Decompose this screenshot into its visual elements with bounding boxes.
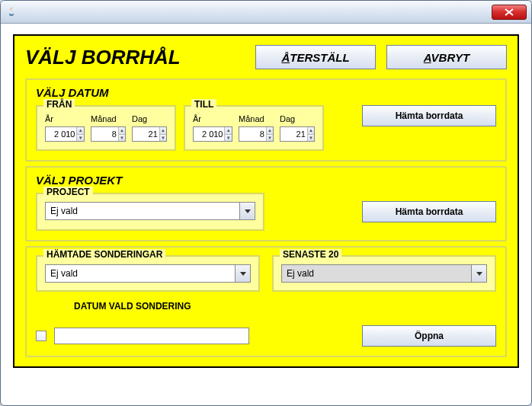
spin-down-icon[interactable]: ▼ [76, 135, 84, 142]
main-panel: VÄLJ BORRHÅL ÅTERSTÄLL AVBRYT VÄLJ DATUM… [13, 34, 519, 368]
to-legend: TILL [191, 99, 216, 110]
sondering-group: HÄMTADE SONDERINGAR SENASTE 20 [25, 246, 507, 357]
fetch-project-button[interactable]: Hämta borrdata [362, 201, 496, 222]
from-day-spinner[interactable]: ▲▼ [132, 126, 167, 142]
spin-up-icon[interactable]: ▲ [307, 127, 314, 135]
to-day-input[interactable] [280, 127, 307, 141]
from-month-input[interactable] [91, 127, 118, 141]
cancel-button[interactable]: AVBRYT [386, 45, 507, 69]
java-icon [5, 6, 18, 18]
page-title: VÄLJ BORRHÅL [25, 46, 245, 69]
to-year-label: År [193, 114, 232, 123]
from-year-input[interactable] [46, 127, 76, 141]
spin-up-icon[interactable]: ▲ [159, 127, 166, 135]
from-month-spinner[interactable]: ▲▼ [91, 126, 126, 142]
spin-up-icon[interactable]: ▲ [76, 127, 84, 135]
spin-down-icon[interactable]: ▼ [307, 135, 314, 142]
project-group: VÄLJ PROJEKT PROJECT Hämta borrdata [25, 166, 507, 241]
chevron-down-icon[interactable] [239, 203, 255, 219]
chevron-down-icon[interactable] [235, 265, 250, 282]
project-legend: PROJECT [43, 187, 93, 197]
to-year-spinner[interactable]: ▲▼ [193, 126, 232, 142]
spin-up-icon[interactable]: ▲ [266, 127, 273, 135]
fetched-fieldset: HÄMTADE SONDERINGAR [36, 255, 260, 292]
fetch-date-button[interactable]: Hämta borrdata [362, 105, 496, 126]
from-day-label: Dag [132, 114, 167, 123]
from-legend: FRÅN [43, 99, 75, 110]
latest-combo-input[interactable] [282, 265, 471, 282]
spin-down-icon[interactable]: ▼ [118, 135, 125, 142]
spin-up-icon[interactable]: ▲ [118, 127, 125, 135]
fetched-combo[interactable] [45, 264, 251, 283]
from-month-label: Månad [91, 114, 126, 123]
fetched-legend: HÄMTADE SONDERINGAR [43, 249, 165, 260]
spin-up-icon[interactable]: ▲ [224, 127, 232, 135]
project-fieldset: PROJECT [36, 193, 264, 231]
to-fieldset: TILL År Månad Dag ▲▼ ▲▼ ▲▼ [184, 105, 324, 151]
to-month-label: Månad [239, 114, 274, 123]
client-area: VÄLJ BORRHÅL ÅTERSTÄLL AVBRYT VÄLJ DATUM… [1, 24, 531, 379]
latest-fieldset: SENASTE 20 [272, 255, 496, 292]
latest-legend: SENASTE 20 [280, 249, 341, 260]
from-fieldset: FRÅN År Månad Dag ▲▼ ▲▼ ▲▼ [36, 105, 176, 151]
reset-button[interactable]: ÅTERSTÄLL [255, 45, 376, 69]
spin-down-icon[interactable]: ▼ [159, 135, 166, 142]
from-year-spinner[interactable]: ▲▼ [45, 126, 85, 142]
date-group: VÄLJ DATUM FRÅN År Månad Dag ▲▼ ▲▼ ▲▼ [25, 78, 507, 161]
project-group-title: VÄLJ PROJEKT [36, 174, 496, 187]
to-day-spinner[interactable]: ▲▼ [280, 126, 315, 142]
spin-down-icon[interactable]: ▼ [266, 135, 273, 142]
chevron-down-icon[interactable] [471, 265, 486, 282]
to-month-spinner[interactable]: ▲▼ [239, 126, 274, 142]
open-button[interactable]: Öppna [362, 325, 496, 347]
latest-combo[interactable] [281, 264, 487, 283]
spin-down-icon[interactable]: ▼ [224, 135, 232, 142]
fetched-combo-input[interactable] [46, 265, 235, 282]
from-year-label: År [45, 114, 85, 123]
date-sondering-checkbox[interactable] [36, 331, 46, 341]
from-day-input[interactable] [133, 127, 159, 141]
date-sondering-field[interactable] [54, 328, 249, 344]
to-year-input[interactable] [194, 127, 224, 141]
app-window: VÄLJ BORRHÅL ÅTERSTÄLL AVBRYT VÄLJ DATUM… [0, 0, 532, 406]
titlebar [1, 1, 531, 24]
date-group-title: VÄLJ DATUM [36, 86, 496, 99]
to-day-label: Dag [280, 114, 315, 123]
project-combo[interactable] [45, 202, 255, 220]
date-sondering-label: DATUM VALD SONDERING [74, 301, 496, 312]
project-combo-input[interactable] [46, 203, 239, 219]
close-button[interactable] [492, 5, 527, 20]
to-month-input[interactable] [239, 127, 266, 141]
